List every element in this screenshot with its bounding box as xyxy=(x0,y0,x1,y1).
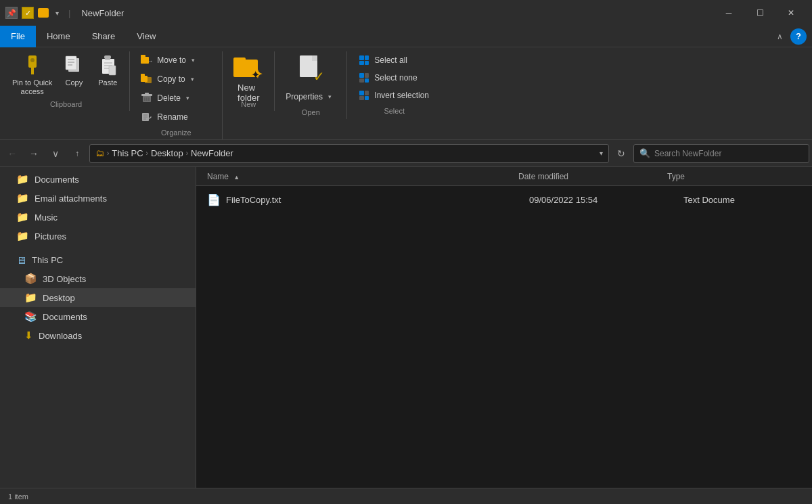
file-row-0[interactable]: 📄 FileToCopy.txt 09/06/2022 15:54 Text D… xyxy=(196,189,812,210)
col-header-name[interactable]: Name ▲ xyxy=(207,172,518,181)
title-bar-icons: 📌 ✓ ▾ | xyxy=(5,7,76,19)
sidebar-label-7: Documents xyxy=(43,312,87,322)
svg-rect-19 xyxy=(141,74,145,76)
sidebar-item-email-attachments[interactable]: 📁 Email attachments xyxy=(0,189,196,208)
forward-btn[interactable]: → xyxy=(24,144,43,163)
sidebar-scroll[interactable]: 📁 Documents 📁 Email attachments 📁 Music … xyxy=(0,170,196,485)
properties-dropdown: ▾ xyxy=(328,93,332,100)
sidebar-item-music[interactable]: 📁 Music xyxy=(0,208,196,227)
sidebar-folder-icon-7: 📚 xyxy=(24,311,37,323)
sidebar-item-desktop[interactable]: 📁 Desktop xyxy=(0,288,196,307)
breadcrumb-newfolder[interactable]: NewFolder xyxy=(191,148,233,158)
select-none-label: Select none xyxy=(374,73,417,83)
breadcrumb-bar[interactable]: 🗂 › This PC › Desktop › NewFolder ▾ xyxy=(89,144,609,163)
close-button[interactable]: ✕ xyxy=(775,0,807,26)
sidebar-item-documents-pc[interactable]: 📚 Documents xyxy=(0,307,196,326)
pin-icon: 📌 xyxy=(5,7,18,19)
sidebar-pc-icon: 🖥 xyxy=(16,254,26,266)
sidebar-label-2: Email attachments xyxy=(35,193,107,204)
sidebar-folder-icon-1: 📁 xyxy=(16,173,29,185)
title-sep: | xyxy=(68,8,70,18)
menu-share[interactable]: Share xyxy=(81,26,127,47)
delete-icon xyxy=(141,92,153,104)
menu-home[interactable]: Home xyxy=(36,26,81,47)
invert-selection-btn[interactable]: Invert selection xyxy=(353,87,436,104)
organize-col: → Move to ▾ Copy to ▾ xyxy=(135,51,217,126)
select-all-icon xyxy=(359,55,369,65)
organize-group-content: → Move to ▾ Copy to ▾ xyxy=(135,51,217,126)
pin-to-quick-access-btn[interactable]: Pin to Quickaccess xyxy=(8,51,56,97)
properties-icon-area: ✓ xyxy=(280,54,341,84)
minimize-button[interactable]: ─ xyxy=(713,0,744,26)
open-group-content: ✓ Properties ▾ xyxy=(280,51,341,106)
select-group-label: Select xyxy=(384,107,405,118)
up-btn[interactable]: ↑ xyxy=(68,144,87,163)
help-button[interactable]: ? xyxy=(790,28,807,45)
back-btn[interactable]: ← xyxy=(3,144,22,163)
breadcrumb-this-pc[interactable]: This PC xyxy=(112,148,143,158)
select-group: Select all Select none Invert selection xyxy=(353,51,436,104)
ribbon-clipboard-group: Pin to Quickaccess Copy xyxy=(3,51,130,111)
file-area: Name ▲ Date modified Type 📄 FileToCopy.t… xyxy=(196,167,812,488)
search-bar[interactable]: 🔍 Search NewFolder xyxy=(633,144,809,163)
sidebar-folder-icon-2: 📁 xyxy=(16,192,29,204)
menu-bar: File Home Share View ∧ ? xyxy=(0,26,812,47)
new-group-content: ✦ ✦ Newfolder xyxy=(228,51,269,97)
search-icon: 🔍 xyxy=(639,148,650,158)
file-icon-0: 📄 xyxy=(207,193,221,206)
paste-btn[interactable]: Paste xyxy=(91,51,124,97)
status-text: 1 item xyxy=(8,492,28,501)
menu-view[interactable]: View xyxy=(126,26,166,47)
svg-rect-14 xyxy=(109,66,116,75)
sidebar: 📁 Documents 📁 Email attachments 📁 Music … xyxy=(0,167,196,488)
copy-to-label: Copy to xyxy=(157,74,185,84)
delete-label: Delete xyxy=(157,93,181,103)
sidebar-item-pictures[interactable]: 📁 Pictures xyxy=(0,227,196,246)
sidebar-folder-icon-3: 📁 xyxy=(16,211,29,223)
title-dropdown-btn[interactable]: ▾ xyxy=(55,9,59,17)
copy-icon xyxy=(63,54,85,76)
refresh-btn[interactable]: ↻ xyxy=(612,144,631,163)
properties-btn[interactable]: Properties ▾ xyxy=(280,88,341,106)
select-none-btn[interactable]: Select none xyxy=(353,69,436,87)
delete-dropdown: ▾ xyxy=(186,95,189,101)
sidebar-label-8: Downloads xyxy=(39,331,82,341)
move-to-btn[interactable]: → Move to ▾ xyxy=(135,51,217,69)
select-all-label: Select all xyxy=(374,55,407,65)
new-folder-icon: ✦ ✦ xyxy=(233,54,263,81)
new-folder-btn[interactable]: ✦ ✦ Newfolder xyxy=(228,51,269,97)
breadcrumb-desktop[interactable]: Desktop xyxy=(151,148,183,158)
col-header-type[interactable]: Type xyxy=(667,172,801,181)
svg-text:✓: ✓ xyxy=(313,69,325,84)
delete-btn[interactable]: Delete ▾ xyxy=(135,89,217,107)
organize-group-label: Organize xyxy=(161,129,191,139)
sidebar-item-downloads[interactable]: ⬇ Downloads xyxy=(0,326,196,345)
breadcrumb-arrow-3: › xyxy=(186,150,188,157)
menu-file[interactable]: File xyxy=(0,26,36,47)
copy-to-icon xyxy=(141,73,153,85)
open-col: ✓ Properties ▾ xyxy=(280,51,341,106)
file-header: Name ▲ Date modified Type xyxy=(196,167,812,186)
col-header-date[interactable]: Date modified xyxy=(518,172,667,181)
clipboard-group-content: Pin to Quickaccess Copy xyxy=(8,51,124,97)
maximize-button[interactable]: ☐ xyxy=(744,0,775,26)
paste-btn-label: Paste xyxy=(98,78,117,87)
pin-icon xyxy=(22,54,43,76)
ribbon-collapse-btn[interactable]: ∧ xyxy=(771,28,788,45)
rename-label: Rename xyxy=(157,112,187,122)
sidebar-item-3d-objects[interactable]: 📦 3D Objects xyxy=(0,269,196,288)
breadcrumb-dropdown-btn[interactable]: ▾ xyxy=(600,150,603,157)
rename-btn[interactable]: Rename xyxy=(135,108,217,126)
sidebar-label-6: Desktop xyxy=(43,293,75,303)
select-all-btn[interactable]: Select all xyxy=(353,51,436,69)
copy-to-btn[interactable]: Copy to ▾ xyxy=(135,70,217,88)
sidebar-item-documents-quick[interactable]: 📁 Documents xyxy=(0,170,196,189)
title-bar: 📌 ✓ ▾ | NewFolder ─ ☐ ✕ xyxy=(0,0,812,26)
copy-btn[interactable]: Copy xyxy=(58,51,90,97)
recent-locations-btn[interactable]: ∨ xyxy=(46,144,65,163)
window-title: NewFolder xyxy=(81,8,713,18)
svg-rect-4 xyxy=(66,56,76,70)
nav-bar: ← → ∨ ↑ 🗂 › This PC › Desktop › NewFolde… xyxy=(0,140,812,167)
file-type-0: Text Docume xyxy=(683,195,801,205)
sidebar-item-this-pc[interactable]: 🖥 This PC xyxy=(0,251,196,269)
